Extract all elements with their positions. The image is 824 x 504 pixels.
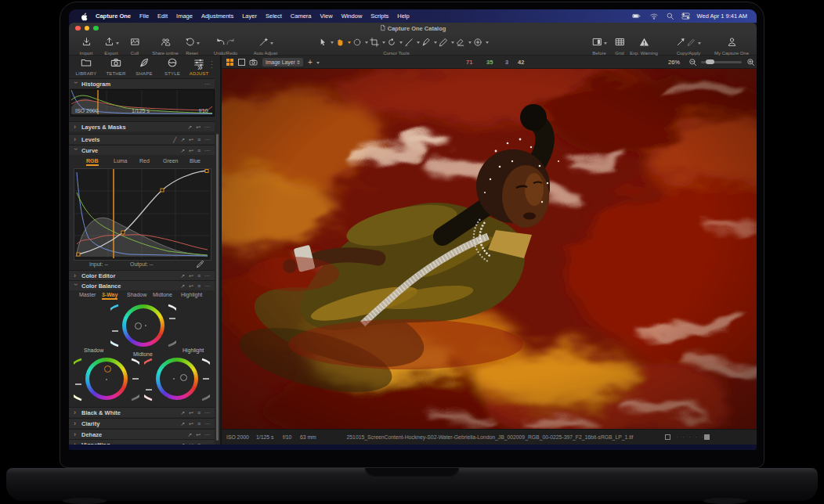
pan-hand-tool[interactable] [335,38,345,47]
copy-adjustments-icon[interactable]: ↗ [180,442,185,445]
cb-tab-3way[interactable]: 3-Way [102,292,117,300]
auto-adjust-button[interactable]: Auto Adjust [248,36,284,56]
presets-icon[interactable]: ≡ [197,273,201,279]
panel-curve-header[interactable]: › Curve ↗↩≡··· [69,145,215,155]
more-options-icon[interactable]: ··· [204,81,210,87]
more-options-icon[interactable]: ··· [204,273,210,279]
tab-style[interactable]: STYLE [158,57,186,77]
photo-canvas[interactable] [222,69,757,429]
erase-mask-tool[interactable] [456,38,465,47]
curve-tab-red[interactable]: Red [139,158,150,164]
rotate-tool[interactable] [387,38,396,47]
copy-adjustments-icon[interactable]: ↗ [187,124,192,130]
reset-adjustments-icon[interactable]: ↩ [189,421,193,427]
rating-dots[interactable]: · · · · · [676,434,705,440]
chevron-icon[interactable]: › [74,137,78,142]
more-options-icon[interactable]: ··· [204,410,210,416]
draw-mask-tool[interactable] [439,38,448,47]
layer-select-dropdown[interactable]: Image Layer [262,58,303,67]
chevron-icon[interactable]: › [74,421,78,426]
more-options-icon[interactable]: ··· [204,421,210,427]
curve-tab-green[interactable]: Green [163,158,178,164]
sidebar-scrollbar[interactable] [216,134,219,441]
zoom-out-icon[interactable] [688,58,697,67]
menu-file[interactable]: File [139,13,149,20]
midtone-lightness-slider[interactable] [167,303,176,348]
exposure-warning-toggle[interactable]: Exp. Warning [624,36,663,56]
search-icon[interactable] [666,12,674,20]
pick-levels-icon[interactable]: ╱ [173,137,176,142]
copy-apply-buttons[interactable]: Copy/Apply [669,36,708,56]
presets-icon[interactable]: ≡ [197,283,201,289]
more-options-icon[interactable]: ··· [204,442,210,445]
chevron-icon[interactable]: › [74,273,78,278]
menu-scripts[interactable]: Scripts [370,13,389,20]
live-view-camera-icon[interactable] [249,58,258,67]
highlight-wheel-marker[interactable] [180,374,187,381]
midtone-color-wheel[interactable] [122,304,164,347]
cb-tab-midtone[interactable]: Midtone [153,292,172,297]
panel-histogram-header[interactable]: › Histogram ··· [69,78,215,88]
panel-color-editor-header[interactable]: › Color Editor ↗↩≡··· [69,270,215,280]
rating-checkbox-icon[interactable] [665,434,670,440]
zoom-in-icon[interactable] [746,58,755,67]
presets-icon[interactable]: ≡ [197,137,201,142]
add-layer-button[interactable]: + [308,58,313,67]
copy-adjustments-icon[interactable]: ↗ [180,421,185,427]
copy-adjustments-icon[interactable]: ↗ [180,273,185,279]
menu-select[interactable]: Select [266,13,282,20]
panel-levels-header[interactable]: › Levels ╱↗↩≡··· [69,134,215,144]
pen-tool[interactable] [421,38,431,47]
menu-edit[interactable]: Edit [157,13,168,20]
presets-icon[interactable]: ≡ [197,421,201,427]
tab-library[interactable]: LIBRARY [72,57,100,77]
presets-icon[interactable]: ≡ [197,410,201,416]
presets-icon[interactable]: ≡ [197,442,201,445]
panel-layers-masks-header[interactable]: › Layers & Masks ↗↩··· [69,121,215,131]
panel-dehaze-header[interactable]: › Dehaze ↗↩··· [69,429,215,439]
shadow-wheel-marker[interactable] [104,365,111,373]
curve-tab-blue[interactable]: Blue [190,158,201,164]
curve-picker-eyedropper-icon[interactable] [196,260,204,268]
reset-adjustments-icon[interactable]: ↩ [189,137,193,142]
zoom-slider-track[interactable] [701,61,742,63]
reset-adjustments-icon[interactable]: ↩ [189,273,193,279]
panel-clarity-header[interactable]: › Clarity ↗↩≡··· [69,418,215,428]
menu-camera[interactable]: Camera [291,13,312,20]
menu-adjustments[interactable]: Adjustments [201,13,233,20]
chevron-icon[interactable]: › [74,432,78,437]
straighten-tool[interactable] [404,38,414,47]
shadow-saturation-slider[interactable] [74,357,83,402]
highlight-color-wheel[interactable] [156,358,198,400]
midtone-wheel-marker[interactable] [135,322,142,329]
more-options-icon[interactable]: ··· [204,148,210,153]
highlight-saturation-slider[interactable] [144,357,154,402]
menu-window[interactable]: Window [342,13,363,20]
copy-adjustments-icon[interactable]: ↗ [180,137,185,142]
shadow-lightness-slider[interactable] [130,357,139,402]
import-button[interactable]: Import [75,36,97,56]
panel-black-white-header[interactable]: › Black & White ↗↩≡··· [69,407,215,417]
menu-image[interactable]: Image [176,13,193,20]
heal-tool[interactable] [473,38,482,47]
cb-tab-shadow[interactable]: Shadow [127,292,146,297]
reset-adjustments-icon[interactable]: ↩ [196,124,201,130]
undo-redo-buttons[interactable]: Undo/Redo [208,36,243,56]
more-options-icon[interactable]: ··· [204,137,210,142]
reset-button[interactable]: Reset [179,36,205,56]
reset-adjustments-icon[interactable]: ↩ [189,442,193,445]
multi-view-icon[interactable] [226,59,233,66]
curve-tab-luma[interactable]: Luma [114,158,128,164]
more-tabs-expander[interactable]: » [197,62,203,73]
reset-adjustments-icon[interactable]: ↩ [189,410,193,416]
apple-menu-icon[interactable] [80,12,89,21]
copy-adjustments-icon[interactable]: ↗ [180,410,185,416]
before-toggle[interactable]: Before [585,36,613,56]
copy-adjustments-icon[interactable]: ↗ [187,432,192,437]
menu-help[interactable]: Help [397,13,409,20]
copy-adjustments-icon[interactable]: ↗ [180,148,185,153]
chevron-icon[interactable]: › [74,442,78,445]
chevron-icon[interactable]: › [74,124,78,129]
chevron-icon[interactable]: › [74,410,78,415]
chevron-icon[interactable]: › [74,81,78,86]
